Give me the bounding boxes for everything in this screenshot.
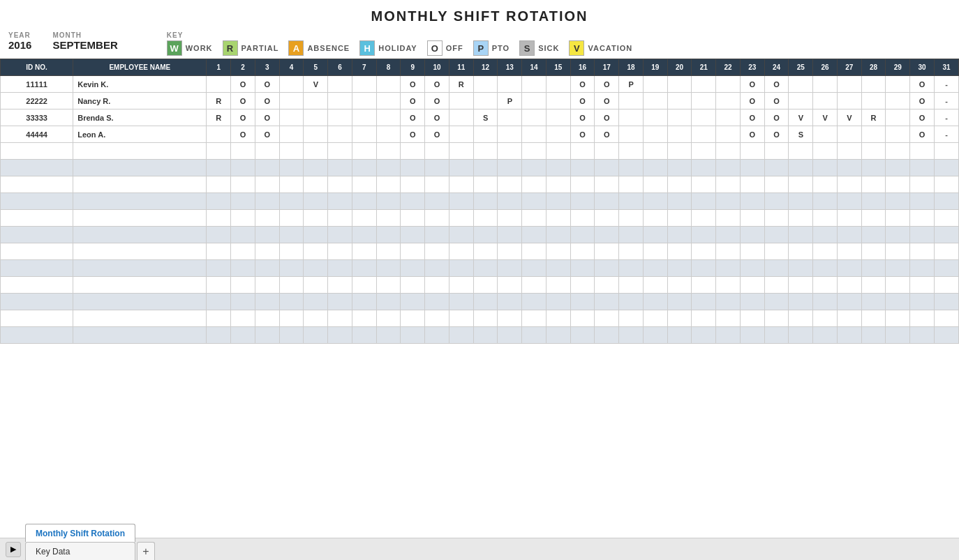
cell-emp2-day16[interactable]: O [570, 109, 595, 126]
cell-emp0-day15[interactable]: W [546, 76, 570, 93]
cell-emp0-day25[interactable]: W [789, 76, 813, 93]
cell-emp2-day1[interactable]: R [207, 109, 231, 126]
cell-emp3-day11[interactable]: W [449, 126, 473, 143]
cell-emp1-day20[interactable]: W [667, 93, 692, 109]
cell-emp2-day23[interactable]: O [740, 109, 764, 126]
cell-emp0-day24[interactable]: O [764, 76, 789, 93]
cell-emp1-day18[interactable]: W [619, 93, 644, 109]
cell-emp1-day15[interactable]: W [546, 93, 570, 109]
cell-emp0-day20[interactable]: W [667, 76, 692, 93]
cell-emp2-day9[interactable]: O [401, 109, 425, 126]
cell-emp3-day18[interactable]: W [619, 126, 644, 143]
cell-emp2-day17[interactable]: O [595, 109, 619, 126]
cell-emp3-day15[interactable]: W [546, 126, 570, 143]
cell-emp2-day13[interactable]: W [498, 109, 522, 126]
cell-emp1-day4[interactable]: H [279, 93, 304, 109]
cell-emp0-day14[interactable]: W [522, 76, 547, 93]
cell-emp2-day12[interactable]: S [473, 109, 498, 126]
cell-emp0-day10[interactable]: O [425, 76, 449, 93]
cell-emp0-day21[interactable]: W [692, 76, 716, 93]
cell-emp3-day23[interactable]: O [740, 126, 764, 143]
cell-emp1-day14[interactable]: W [522, 93, 547, 109]
cell-emp2-day11[interactable]: W [449, 109, 473, 126]
cell-emp3-day22[interactable]: W [716, 126, 741, 143]
cell-emp2-day5[interactable]: W [304, 109, 328, 126]
cell-emp1-day7[interactable]: W [352, 93, 376, 109]
cell-emp2-day27[interactable]: V [837, 109, 861, 126]
cell-emp3-day14[interactable]: W [522, 126, 547, 143]
cell-emp2-day25[interactable]: V [789, 109, 813, 126]
cell-emp2-day20[interactable]: W [667, 109, 692, 126]
cell-emp1-day27[interactable]: W [837, 93, 861, 109]
cell-emp0-day19[interactable]: W [643, 76, 667, 93]
cell-emp3-day26[interactable]: W [813, 126, 838, 143]
cell-emp3-day30[interactable]: O [910, 126, 935, 143]
cell-emp3-day6[interactable]: W [328, 126, 352, 143]
cell-emp2-day14[interactable]: W [522, 109, 547, 126]
cell-emp2-day2[interactable]: O [231, 109, 255, 126]
cell-emp1-day6[interactable]: W [328, 93, 352, 109]
cell-emp0-day6[interactable]: W [328, 76, 352, 93]
cell-emp1-day22[interactable]: W [716, 93, 741, 109]
cell-emp2-day7[interactable]: W [352, 109, 376, 126]
cell-emp1-day17[interactable]: O [595, 93, 619, 109]
cell-emp1-day8[interactable]: W [376, 93, 401, 109]
cell-emp0-day2[interactable]: O [231, 76, 255, 93]
cell-emp1-day1[interactable]: R [207, 93, 231, 109]
cell-emp2-day30[interactable]: O [910, 109, 935, 126]
cell-emp2-day15[interactable]: W [546, 109, 570, 126]
cell-emp1-day29[interactable]: W [886, 93, 910, 109]
cell-emp3-day27[interactable]: W [837, 126, 861, 143]
cell-emp0-day4[interactable]: H [279, 76, 304, 93]
add-tab-button[interactable]: + [137, 542, 155, 560]
cell-emp1-day19[interactable]: W [643, 93, 667, 109]
cell-emp1-day31[interactable]: - [934, 93, 958, 109]
cell-emp2-day19[interactable]: W [643, 109, 667, 126]
cell-emp3-day31[interactable]: - [934, 126, 958, 143]
cell-emp2-day26[interactable]: V [813, 109, 838, 126]
cell-emp2-day31[interactable]: - [934, 109, 958, 126]
cell-emp2-day10[interactable]: O [425, 109, 449, 126]
cell-emp2-day22[interactable]: W [716, 109, 741, 126]
cell-emp0-day26[interactable]: W [813, 76, 838, 93]
cell-emp2-day3[interactable]: O [255, 109, 279, 126]
cell-emp0-day9[interactable]: O [401, 76, 425, 93]
cell-emp1-day25[interactable]: W [789, 93, 813, 109]
cell-emp0-day7[interactable]: W [352, 76, 376, 93]
cell-emp3-day13[interactable]: W [498, 126, 522, 143]
cell-emp0-day17[interactable]: O [595, 76, 619, 93]
cell-emp3-day4[interactable]: H [279, 126, 304, 143]
cell-emp0-day11[interactable]: R [449, 76, 473, 93]
cell-emp0-day1[interactable]: W [207, 76, 231, 93]
cell-emp3-day8[interactable]: W [376, 126, 401, 143]
cell-emp1-day24[interactable]: O [764, 93, 789, 109]
cell-emp3-day20[interactable]: W [667, 126, 692, 143]
cell-emp0-day22[interactable]: W [716, 76, 741, 93]
cell-emp0-day27[interactable]: W [837, 76, 861, 93]
cell-emp2-day8[interactable]: W [376, 109, 401, 126]
cell-emp3-day16[interactable]: O [570, 126, 595, 143]
tab-nav-button[interactable]: ▶ [6, 542, 21, 557]
cell-emp3-day24[interactable]: O [764, 126, 789, 143]
tab-monthly-shift-rotation[interactable]: Monthly Shift Rotation [25, 524, 135, 542]
cell-emp3-day21[interactable]: W [692, 126, 716, 143]
cell-emp1-day23[interactable]: O [740, 93, 764, 109]
cell-emp0-day18[interactable]: P [619, 76, 644, 93]
cell-emp2-day28[interactable]: R [861, 109, 886, 126]
cell-emp1-day5[interactable]: W [304, 93, 328, 109]
cell-emp2-day18[interactable]: W [619, 109, 644, 126]
cell-emp2-day24[interactable]: O [764, 109, 789, 126]
cell-emp1-day9[interactable]: O [401, 93, 425, 109]
cell-emp3-day25[interactable]: S [789, 126, 813, 143]
cell-emp2-day21[interactable]: W [692, 109, 716, 126]
cell-emp3-day5[interactable]: W [304, 126, 328, 143]
cell-emp3-day7[interactable]: W [352, 126, 376, 143]
cell-emp2-day29[interactable]: A [886, 109, 910, 126]
cell-emp3-day3[interactable]: O [255, 126, 279, 143]
cell-emp2-day6[interactable]: W [328, 109, 352, 126]
cell-emp3-day2[interactable]: O [231, 126, 255, 143]
cell-emp1-day12[interactable]: W [473, 93, 498, 109]
cell-emp1-day3[interactable]: O [255, 93, 279, 109]
cell-emp0-day31[interactable]: - [934, 76, 958, 93]
cell-emp3-day19[interactable]: W [643, 126, 667, 143]
